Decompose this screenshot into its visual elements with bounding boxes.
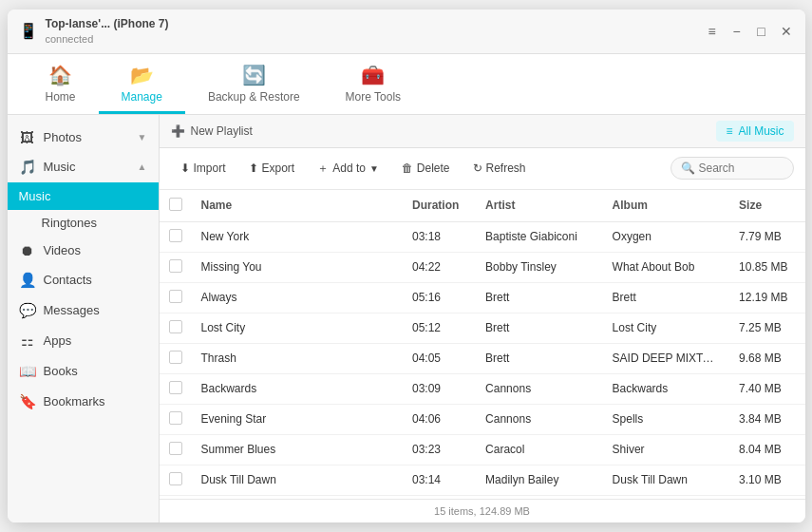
row-artist: Brett bbox=[476, 282, 602, 313]
device-info-section: 📱 Top-lanse'... (iPhone 7) connected bbox=[19, 17, 169, 46]
row-checkbox[interactable] bbox=[169, 229, 182, 242]
home-icon: 🏠 bbox=[48, 64, 72, 86]
row-checkbox-cell bbox=[160, 373, 192, 404]
videos-label: Videos bbox=[44, 243, 82, 257]
row-artist: Madilyn Bailey bbox=[476, 465, 602, 495]
row-artist: Bobby Tinsley bbox=[476, 252, 602, 282]
row-album: Spells bbox=[603, 404, 729, 434]
refresh-icon: ↻ bbox=[473, 162, 482, 175]
row-checkbox[interactable] bbox=[169, 320, 182, 333]
add-to-button[interactable]: ＋ Add to ▼ bbox=[308, 156, 388, 181]
videos-icon: ⏺ bbox=[19, 242, 36, 258]
nav-tools-label: More Tools bbox=[346, 90, 401, 104]
row-size: 10.85 MB bbox=[729, 252, 804, 282]
maximize-button[interactable]: □ bbox=[754, 24, 769, 39]
row-checkbox[interactable] bbox=[169, 290, 182, 303]
sidebar-sub-music[interactable]: Music bbox=[8, 182, 159, 210]
sidebar-item-videos[interactable]: ⏺ Videos bbox=[8, 236, 159, 265]
sidebar-sub-ringtones[interactable]: Ringtones bbox=[8, 210, 159, 236]
col-name: Name bbox=[192, 190, 403, 222]
row-checkbox-cell bbox=[160, 465, 192, 495]
delete-icon: 🗑 bbox=[402, 162, 413, 175]
row-album: Lost City bbox=[603, 313, 729, 343]
sidebar-item-photos[interactable]: 🖼 Photos ▼ bbox=[8, 123, 159, 152]
row-name: Thrash bbox=[192, 343, 403, 373]
apps-icon: ⚏ bbox=[19, 332, 36, 350]
row-size: 7.25 MB bbox=[729, 313, 804, 343]
app-window: 📱 Top-lanse'... (iPhone 7) connected ≡ −… bbox=[8, 10, 805, 522]
row-checkbox[interactable] bbox=[169, 442, 182, 455]
menu-button[interactable]: ≡ bbox=[705, 24, 720, 39]
toolbar: ⬇ Import ⬆ Export ＋ Add to ▼ 🗑 Delete bbox=[160, 148, 805, 190]
sidebar-item-music[interactable]: 🎵 Music ▲ bbox=[8, 152, 159, 182]
row-checkbox[interactable] bbox=[169, 472, 182, 485]
row-size: 9.68 MB bbox=[729, 343, 804, 373]
row-checkbox[interactable] bbox=[169, 259, 182, 273]
row-checkbox-cell bbox=[160, 252, 192, 282]
sidebar-item-apps[interactable]: ⚏ Apps bbox=[8, 326, 159, 356]
row-checkbox-cell bbox=[160, 343, 192, 373]
table-row: Summer Blues 03:23 Caracol Shiver 8.04 M… bbox=[160, 434, 805, 465]
backup-icon: 🔄 bbox=[242, 64, 266, 86]
photos-chevron: ▼ bbox=[138, 132, 147, 142]
new-playlist-button[interactable]: ➕ New Playlist bbox=[171, 124, 253, 138]
row-checkbox-cell bbox=[160, 313, 192, 343]
nav-home[interactable]: 🏠 Home bbox=[23, 54, 99, 114]
row-checkbox[interactable] bbox=[169, 351, 182, 364]
bookmarks-label: Bookmarks bbox=[44, 394, 105, 408]
row-album: What About Bob bbox=[603, 252, 729, 282]
row-album: Dusk Till Dawn bbox=[603, 465, 729, 495]
all-music-button[interactable]: ≡ All Music bbox=[716, 121, 793, 142]
row-duration: 03:18 bbox=[403, 221, 476, 252]
search-icon: 🔍 bbox=[681, 162, 695, 175]
nav-tools[interactable]: 🧰 More Tools bbox=[323, 54, 424, 114]
new-playlist-icon: ➕ bbox=[171, 124, 185, 138]
device-name: Top-lanse'... (iPhone 7) bbox=[46, 17, 169, 32]
refresh-button[interactable]: ↻ Refresh bbox=[463, 157, 536, 180]
music-table: Name Duration Artist Album Size New York… bbox=[160, 190, 805, 499]
table-row: Lost City 05:12 Brett Lost City 7.25 MB bbox=[160, 313, 805, 343]
books-label: Books bbox=[44, 364, 78, 378]
select-all-checkbox[interactable] bbox=[169, 198, 182, 211]
minimize-button[interactable]: − bbox=[729, 24, 745, 39]
row-name: Evening Star bbox=[192, 404, 403, 434]
photos-label: Photos bbox=[44, 130, 82, 144]
row-name: Backwards bbox=[192, 373, 403, 404]
row-checkbox[interactable] bbox=[169, 381, 182, 394]
import-icon: ⬇ bbox=[180, 162, 190, 175]
all-music-label: All Music bbox=[738, 124, 784, 138]
table-row: Dusk Till Dawn 03:14 Madilyn Bailey Dusk… bbox=[160, 465, 805, 495]
col-album: Album bbox=[603, 190, 729, 222]
row-album: SAID DEEP MIXTAP... bbox=[603, 343, 729, 373]
row-checkbox[interactable] bbox=[169, 411, 182, 425]
photos-icon: 🖼 bbox=[19, 129, 36, 145]
main-content: 🖼 Photos ▼ 🎵 Music ▲ Music Ringtones ⏺ V… bbox=[8, 115, 805, 522]
row-name: Summer Blues bbox=[192, 434, 403, 465]
row-artist: Baptiste Giabiconi bbox=[476, 221, 602, 252]
music-chevron: ▲ bbox=[138, 162, 147, 172]
sidebar-item-messages[interactable]: 💬 Messages bbox=[8, 295, 159, 326]
table-row: New York 03:18 Baptiste Giabiconi Oxygen… bbox=[160, 221, 805, 252]
import-button[interactable]: ⬇ Import bbox=[171, 157, 236, 180]
row-size: 8.04 MB bbox=[729, 434, 804, 465]
table-row: Thrash 04:05 Brett SAID DEEP MIXTAP... 9… bbox=[160, 343, 805, 373]
col-size: Size bbox=[729, 190, 804, 222]
footer-summary: 15 items, 124.89 MB bbox=[434, 505, 530, 517]
nav-backup[interactable]: 🔄 Backup & Restore bbox=[185, 54, 323, 114]
sidebar-item-books[interactable]: 📖 Books bbox=[8, 356, 159, 387]
delete-button[interactable]: 🗑 Delete bbox=[392, 157, 460, 180]
row-size: 3.84 MB bbox=[729, 404, 804, 434]
row-duration: 04:22 bbox=[403, 252, 476, 282]
export-button[interactable]: ⬆ Export bbox=[239, 157, 305, 180]
col-checkbox bbox=[160, 190, 192, 222]
sidebar-item-bookmarks[interactable]: 🔖 Bookmarks bbox=[8, 387, 159, 417]
add-icon: ＋ bbox=[317, 161, 329, 177]
row-artist: Caracol bbox=[476, 434, 602, 465]
search-box[interactable]: 🔍 bbox=[670, 157, 794, 180]
row-checkbox-cell bbox=[160, 404, 192, 434]
sidebar-item-contacts[interactable]: 👤 Contacts bbox=[8, 265, 159, 295]
export-label: Export bbox=[262, 162, 295, 175]
nav-manage[interactable]: 📂 Manage bbox=[99, 54, 185, 114]
close-button[interactable]: ✕ bbox=[779, 24, 794, 39]
search-input[interactable] bbox=[699, 162, 784, 175]
